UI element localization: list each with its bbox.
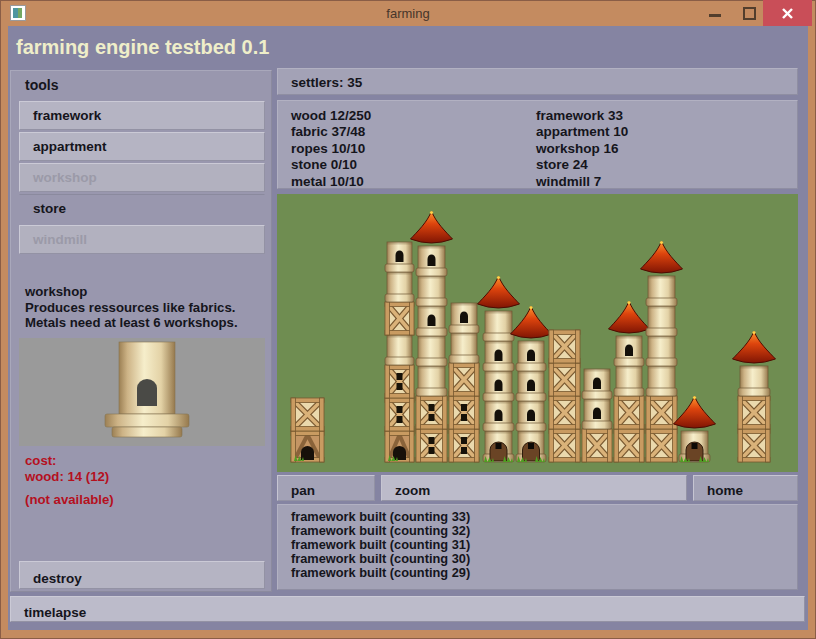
- tool-button-list: frameworkappartmentworkshopstorewindmill: [19, 101, 265, 256]
- tool-button-framework[interactable]: framework: [19, 101, 265, 130]
- tool-preview-image: [19, 338, 265, 446]
- maximize-icon: [743, 7, 756, 20]
- log-entry: framework built (counting 29): [291, 566, 797, 580]
- pan-button[interactable]: pan: [277, 475, 375, 501]
- tool-button-store[interactable]: store: [19, 194, 265, 223]
- description-line: Produces ressources like fabrics.: [25, 300, 238, 316]
- cost-line: wood: 14 (12): [25, 469, 109, 485]
- timelapse-button[interactable]: timelapse: [10, 596, 805, 622]
- resource-entry: store 24: [536, 157, 628, 173]
- zoom-button[interactable]: zoom: [381, 475, 687, 501]
- description-line: Metals need at least 6 workshops.: [25, 315, 238, 331]
- tool-preview: [19, 338, 265, 446]
- maximize-button[interactable]: [734, 0, 764, 26]
- resource-entry: wood 12/250: [291, 108, 371, 124]
- minimize-icon: [709, 14, 721, 17]
- tools-panel: tools frameworkappartmentworkshopstorewi…: [10, 70, 272, 592]
- tools-label: tools: [25, 77, 58, 93]
- home-button[interactable]: home: [693, 475, 798, 501]
- close-icon: [781, 7, 794, 20]
- titlebar[interactable]: farming: [0, 0, 816, 26]
- resource-entry: ropes 10/10: [291, 141, 371, 157]
- settlers-panel: settlers: 35: [277, 68, 798, 95]
- minimize-button[interactable]: [700, 0, 730, 26]
- settlers-count: settlers: 35: [291, 75, 362, 90]
- availability-note: (not available): [25, 492, 114, 507]
- game-viewport[interactable]: [277, 194, 798, 472]
- resource-entry: fabric 37/48: [291, 124, 371, 140]
- resource-list-left: wood 12/250fabric 37/48ropes 10/10stone …: [291, 108, 371, 190]
- tool-button-workshop: workshop: [19, 163, 265, 192]
- cost-line: cost:: [25, 453, 109, 469]
- window-title: farming: [0, 6, 816, 21]
- resource-list-right: framework 33appartment 10workshop 16stor…: [536, 108, 628, 190]
- log-entry: framework built (counting 33): [291, 510, 797, 524]
- resource-entry: framework 33: [536, 108, 628, 124]
- log-entry: framework built (counting 30): [291, 552, 797, 566]
- resource-entry: windmill 7: [536, 174, 628, 190]
- log-panel: framework built (counting 33)framework b…: [277, 504, 798, 590]
- resource-entry: appartment 10: [536, 124, 628, 140]
- tool-button-appartment[interactable]: appartment: [19, 132, 265, 161]
- resource-entry: metal 10/10: [291, 174, 371, 190]
- tool-button-windmill: windmill: [19, 225, 265, 254]
- page-title: farming engine testbed 0.1: [16, 36, 269, 59]
- resource-entry: stone 0/10: [291, 157, 371, 173]
- tool-description: workshopProduces ressources like fabrics…: [25, 284, 238, 331]
- app-window: farming farming engine testbed 0.1 tools…: [0, 0, 816, 639]
- resources-panel: wood 12/250fabric 37/48ropes 10/10stone …: [277, 100, 798, 189]
- log-entry: framework built (counting 32): [291, 524, 797, 538]
- game-scene: [277, 194, 798, 472]
- destroy-button[interactable]: destroy: [19, 561, 265, 589]
- log-entry: framework built (counting 31): [291, 538, 797, 552]
- resource-entry: workshop 16: [536, 141, 628, 157]
- tool-cost: cost:wood: 14 (12): [25, 453, 109, 484]
- close-button[interactable]: [763, 0, 812, 26]
- description-line: workshop: [25, 284, 238, 300]
